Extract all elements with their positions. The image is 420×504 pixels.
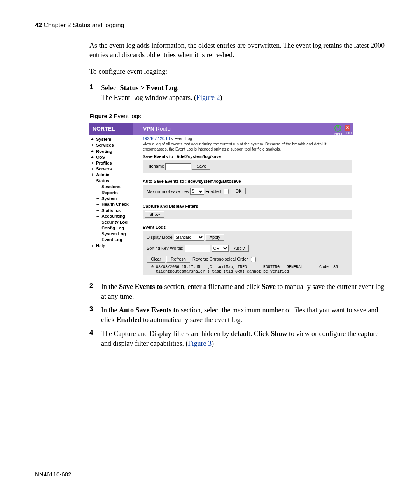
- autosave-box: Maximum of save files 5 Enabled OK: [143, 185, 352, 198]
- enabled-checkbox[interactable]: [224, 189, 229, 194]
- autosave-label: Auto Save Events to : /ide0/system/log/a…: [143, 179, 352, 184]
- event-logs-heading: Event Logs: [143, 225, 352, 230]
- display-apply-button[interactable]: Apply: [205, 234, 225, 241]
- step-number: 2: [89, 282, 101, 301]
- filters-box: Show: [143, 210, 352, 219]
- reverse-checkbox[interactable]: [251, 257, 256, 262]
- save-events-label: Save Events to : /ide0/system/log/save: [143, 154, 352, 159]
- sidebar-item-sessions[interactable]: Sessions: [91, 184, 140, 190]
- app-header: NORTEL VPN Router ?HELP XLOG: [89, 123, 353, 135]
- display-mode-label: Display Mode: [147, 235, 173, 240]
- sidebar-item-servers[interactable]: Servers: [91, 166, 140, 172]
- log-icon[interactable]: XLOG: [345, 125, 351, 131]
- sidebar-item-help[interactable]: Help: [91, 243, 140, 249]
- figure-2-xref[interactable]: Figure 2: [196, 94, 220, 102]
- sidebar-item-health-check[interactable]: Health Check: [91, 201, 140, 207]
- sidebar: System Services Routing QoS Profiles Ser…: [89, 135, 140, 276]
- sidebar-item-qos[interactable]: QoS: [91, 154, 140, 160]
- step-3: 3 In the Auto Save Events to section, se…: [89, 305, 385, 325]
- sidebar-item-reports[interactable]: Reports: [91, 190, 140, 196]
- breadcrumb-ip[interactable]: 192.167.120.10: [143, 136, 170, 141]
- step-body: Select Status > Event Log. The Event Log…: [101, 83, 222, 103]
- page-number: 42: [35, 22, 42, 28]
- step-number: 4: [89, 329, 101, 348]
- sidebar-item-routing[interactable]: Routing: [91, 149, 140, 154]
- max-files-label: Maximum of save files: [147, 189, 189, 193]
- show-button[interactable]: Show: [145, 211, 164, 218]
- sidebar-item-status[interactable]: Status: [91, 178, 140, 184]
- main-panel: 192.167.120.10 ›› Event Log View a log o…: [140, 135, 353, 276]
- sidebar-item-security-log[interactable]: Security Log: [91, 219, 140, 225]
- step-number: 1: [89, 83, 101, 103]
- step-number: 3: [89, 305, 101, 325]
- max-files-select[interactable]: 5: [190, 188, 204, 195]
- display-mode-select[interactable]: Standard: [174, 234, 204, 241]
- filename-label: Filename: [147, 164, 164, 168]
- sidebar-item-services[interactable]: Services: [91, 142, 140, 148]
- chapter-title: Chapter 2 Status and logging: [44, 22, 124, 28]
- sidebar-item-event-log[interactable]: Event Log: [91, 237, 140, 243]
- sorting-label: Sorting Key Words:: [147, 246, 184, 250]
- sidebar-item-system[interactable]: System: [91, 136, 140, 142]
- nortel-logo: NORTEL: [89, 123, 133, 135]
- page-hint: View a log of all events that occur duri…: [143, 142, 352, 152]
- figure-2-screenshot: NORTEL VPN Router ?HELP XLOG System Serv…: [89, 123, 353, 276]
- sorting-apply-button[interactable]: Apply: [230, 245, 249, 252]
- sidebar-item-system-sub[interactable]: System: [91, 196, 140, 201]
- sidebar-item-system-log[interactable]: System Log: [91, 231, 140, 237]
- filename-input[interactable]: [165, 163, 191, 170]
- reverse-label: Reverse Chronological Order: [192, 257, 248, 261]
- log-output: 0 08/03/2006 15:17:45 [CircuitMap] INFO …: [147, 263, 348, 274]
- sidebar-item-config-log[interactable]: Config Log: [91, 225, 140, 231]
- clear-button[interactable]: Clear: [147, 256, 165, 262]
- filters-heading: Capture and Display Filters: [143, 204, 352, 209]
- configure-lead: To configure event logging:: [89, 67, 385, 76]
- sidebar-item-admin[interactable]: Admin: [91, 172, 140, 178]
- figure-2-caption: Figure 2 Event logs: [89, 113, 385, 119]
- save-button[interactable]: Save: [192, 163, 210, 170]
- enabled-label: Enabled: [205, 189, 221, 193]
- sidebar-item-profiles[interactable]: Profiles: [91, 160, 140, 166]
- refresh-button[interactable]: Refresh: [166, 256, 190, 262]
- sorting-input[interactable]: [185, 245, 210, 252]
- page-footer: NN46110-602: [35, 469, 385, 478]
- sorting-op-select[interactable]: OR: [212, 245, 229, 252]
- breadcrumb: 192.167.120.10 ›› Event Log: [143, 136, 352, 141]
- sidebar-item-accounting[interactable]: Accounting: [91, 214, 140, 219]
- page-header: 42 Chapter 2 Status and logging: [35, 22, 385, 30]
- event-logs-box: Display Mode Standard Apply Sorting Key …: [143, 231, 352, 275]
- step-1: 1 Select Status > Event Log. The Event L…: [89, 83, 385, 103]
- step-body: In the Auto Save Events to section, sele…: [101, 305, 385, 325]
- step-body: The Capture and Display filters are hidd…: [101, 329, 385, 348]
- app-title: VPN Router: [133, 123, 334, 135]
- sidebar-item-statistics[interactable]: Statistics: [91, 208, 140, 214]
- intro-paragraph: As the event log adds information, the o…: [89, 41, 385, 60]
- ok-button[interactable]: OK: [231, 188, 246, 194]
- step-4: 4 The Capture and Display filters are hi…: [89, 329, 385, 348]
- doc-number: NN46110-602: [35, 471, 71, 478]
- figure-3-xref[interactable]: Figure 3: [188, 340, 212, 347]
- step-body: In the Save Events to section, enter a f…: [101, 282, 385, 301]
- save-events-box: Filename Save: [143, 160, 352, 173]
- header-icons: ?HELP XLOG: [334, 123, 353, 135]
- step-2: 2 In the Save Events to section, enter a…: [89, 282, 385, 301]
- help-icon[interactable]: ?HELP: [334, 125, 341, 131]
